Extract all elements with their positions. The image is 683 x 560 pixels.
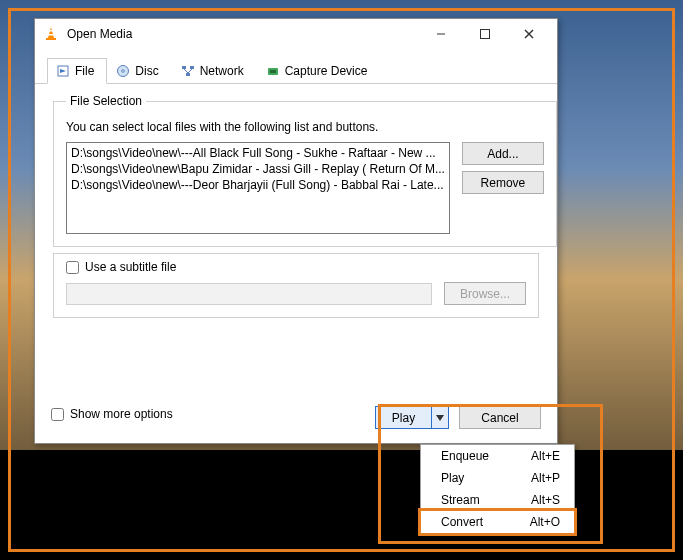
minimize-button[interactable]	[419, 20, 463, 48]
add-button[interactable]: Add...	[462, 142, 544, 165]
svg-point-9	[122, 70, 125, 73]
menu-item-label: Enqueue	[441, 449, 489, 463]
open-media-dialog: Open Media File Disc Network	[34, 18, 558, 444]
maximize-icon	[480, 29, 490, 39]
remove-button[interactable]: Remove	[462, 171, 544, 194]
menu-item-accel: Alt+O	[530, 515, 560, 529]
tab-disc[interactable]: Disc	[107, 58, 171, 84]
tab-file[interactable]: File	[47, 58, 107, 84]
capture-icon	[266, 64, 280, 78]
show-more-options-row[interactable]: Show more options	[51, 407, 173, 421]
chevron-down-icon	[436, 415, 444, 421]
play-button[interactable]: Play	[375, 406, 431, 429]
menu-item-play[interactable]: Play Alt+P	[421, 467, 574, 489]
list-item[interactable]: D:\songs\Video\new\Bapu Zimidar - Jassi …	[71, 161, 445, 177]
play-dropdown-toggle[interactable]	[431, 406, 449, 429]
file-selection-hint: You can select local files with the foll…	[66, 120, 544, 134]
use-subtitle-checkbox-row[interactable]: Use a subtitle file	[66, 260, 526, 274]
file-icon	[56, 64, 70, 78]
subtitle-group: Use a subtitle file Browse...	[53, 253, 539, 318]
maximize-button[interactable]	[463, 20, 507, 48]
svg-rect-11	[190, 66, 194, 69]
tab-bar: File Disc Network Capture Device	[35, 49, 557, 84]
svg-rect-2	[46, 38, 56, 40]
menu-item-enqueue[interactable]: Enqueue Alt+E	[421, 445, 574, 467]
svg-rect-1	[48, 34, 54, 36]
menu-item-convert[interactable]: Convert Alt+O	[418, 508, 577, 536]
use-subtitle-label: Use a subtitle file	[85, 260, 176, 274]
menu-item-label: Convert	[441, 515, 483, 529]
tab-label: Capture Device	[285, 64, 368, 78]
tab-capture-device[interactable]: Capture Device	[257, 58, 381, 84]
tab-label: File	[75, 64, 94, 78]
menu-item-label: Play	[441, 471, 464, 485]
file-selection-group: File Selection You can select local file…	[53, 94, 557, 247]
play-dropdown-menu: Enqueue Alt+E Play Alt+P Stream Alt+S Co…	[420, 444, 575, 534]
menu-item-label: Stream	[441, 493, 480, 507]
play-split-button[interactable]: Play	[375, 406, 449, 429]
titlebar: Open Media	[35, 19, 557, 49]
list-item[interactable]: D:\songs\Video\new\---Deor Bharjayii (Fu…	[71, 177, 445, 193]
menu-item-accel: Alt+P	[531, 471, 560, 485]
menu-item-accel: Alt+S	[531, 493, 560, 507]
use-subtitle-checkbox[interactable]	[66, 261, 79, 274]
window-title: Open Media	[67, 27, 132, 41]
tab-network[interactable]: Network	[172, 58, 257, 84]
tab-label: Network	[200, 64, 244, 78]
file-listbox[interactable]: D:\songs\Video\new\---All Black Full Son…	[66, 142, 450, 234]
close-icon	[523, 28, 535, 40]
menu-item-accel: Alt+E	[531, 449, 560, 463]
browse-subtitle-button: Browse...	[444, 282, 526, 305]
show-more-options-checkbox[interactable]	[51, 408, 64, 421]
file-selection-legend: File Selection	[66, 94, 146, 108]
svg-rect-10	[182, 66, 186, 69]
svg-rect-16	[270, 70, 276, 73]
show-more-options-label: Show more options	[70, 407, 173, 421]
svg-marker-17	[436, 415, 444, 421]
cancel-button[interactable]: Cancel	[459, 406, 541, 429]
svg-rect-12	[186, 73, 190, 76]
network-icon	[181, 64, 195, 78]
list-item[interactable]: D:\songs\Video\new\---All Black Full Son…	[71, 145, 445, 161]
svg-rect-0	[49, 30, 54, 32]
close-button[interactable]	[507, 20, 551, 48]
svg-line-13	[184, 69, 188, 73]
vlc-cone-icon	[43, 26, 59, 42]
subtitle-path-input	[66, 283, 432, 305]
svg-line-14	[188, 69, 192, 73]
tab-label: Disc	[135, 64, 158, 78]
minimize-icon	[436, 29, 446, 39]
disc-icon	[116, 64, 130, 78]
